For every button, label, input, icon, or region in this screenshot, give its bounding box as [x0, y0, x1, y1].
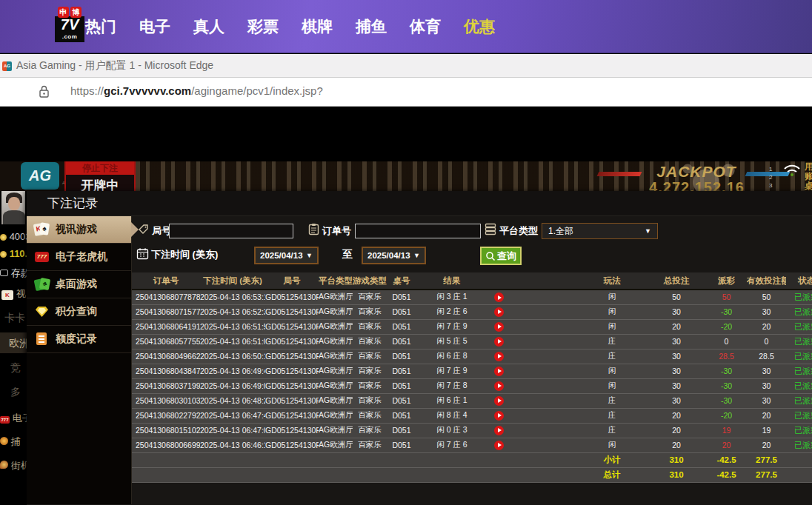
date-to-button[interactable]: 2025/04/13 ▼ [362, 247, 426, 264]
cell-status: 已派彩 [786, 378, 812, 393]
cell-spacer [510, 319, 577, 334]
cell-payout: -20 [706, 319, 747, 334]
chevron-down-icon: ▼ [306, 252, 313, 259]
platform-type-label: 平台类型 [499, 224, 538, 238]
cell-replay [487, 364, 510, 378]
deposit-item[interactable]: 存款 [0, 267, 30, 280]
cell-order-no: 250413068022792 [132, 408, 200, 423]
search-button-label: 查询 [497, 250, 516, 263]
url-text[interactable]: https://gci.7vvvvvv.com/agingame/pcv1/in… [70, 84, 323, 97]
url-scheme: https:// [70, 84, 104, 97]
site-navbar: 申 博 7V .com 热门 电子 真人 彩票 棋牌 捕鱼 体育 优惠 [0, 0, 812, 53]
play-icon[interactable] [494, 411, 504, 421]
arcade-item[interactable]: 街机 [0, 459, 30, 472]
site-logo[interactable]: 申 博 7V .com [55, 7, 84, 42]
nav-menu: 热门 电子 真人 彩票 棋牌 捕鱼 体育 优惠 [85, 0, 495, 53]
platform-type-select[interactable]: 1.全部 ▼ [542, 223, 658, 239]
play-icon[interactable] [494, 381, 504, 391]
cell-valid-bet: 30 [747, 378, 786, 393]
cell-platform-type: AG欧洲厅 [319, 334, 353, 349]
cell-status: 已派彩 [786, 438, 812, 452]
chevron-down-icon: ▼ [645, 227, 651, 235]
nav-item-fishing[interactable]: 捕鱼 [356, 16, 387, 37]
cell-payout: 50 [706, 290, 747, 304]
cell-bet-time: 2025-04-13 06:46:19 [200, 438, 265, 452]
table-games-icon: ♣ [34, 277, 50, 292]
nav-item-lottery[interactable]: 彩票 [247, 16, 279, 37]
cell-platform-type: AG欧洲厅 [319, 378, 353, 393]
fishing-item[interactable]: 捕 [0, 435, 21, 449]
cell-platform-type: AG欧洲厅 [319, 364, 353, 378]
cell-play-type: 庄 [577, 349, 647, 364]
cell-game-type: 百家乐 [353, 290, 387, 304]
play-icon[interactable] [494, 441, 504, 450]
nav-item-promo[interactable]: 优惠 [464, 16, 495, 37]
sidebar-item-video-games[interactable]: K♠ 视讯游戏 [27, 216, 131, 244]
play-icon[interactable] [494, 396, 504, 406]
cell-replay [487, 304, 510, 319]
column-header-7 [487, 272, 510, 290]
cell-play-type: 庄 [577, 408, 647, 423]
cell-status: 已派彩 [786, 319, 812, 334]
nav-item-sports[interactable]: 体育 [410, 16, 441, 37]
nav-item-live[interactable]: 真人 [193, 16, 224, 37]
nav-item-slots[interactable]: 电子 [139, 16, 170, 37]
total-cell-game-type [353, 467, 387, 482]
play-icon[interactable] [494, 307, 504, 317]
sidebar-item-table-games[interactable]: ♣ 桌面游戏 [27, 271, 131, 298]
cell-spacer [510, 290, 577, 304]
total-cell-spacer [510, 452, 577, 467]
column-header-11: 派彩 [706, 272, 747, 290]
cell-total-bet: 50 [647, 290, 706, 304]
cell-spacer [510, 423, 577, 438]
nav-item-board[interactable]: 棋牌 [302, 16, 333, 37]
play-icon[interactable] [494, 352, 504, 361]
lock-icon[interactable] [39, 85, 50, 98]
play-icon[interactable] [494, 337, 504, 347]
window-title: Asia Gaming - 用户配置 1 - Microsoft Edge [16, 59, 213, 73]
video-games-item[interactable]: K 视 [1, 287, 26, 301]
cell-platform-type: AG欧洲厅 [319, 438, 353, 452]
sidebar-item-slot-machines[interactable]: 777 电子老虎机 [27, 244, 131, 271]
cell-spacer [510, 378, 577, 393]
subtotal-row: 小计310-42.5277.5 [132, 452, 812, 467]
cell-status: 已派彩 [786, 349, 812, 364]
sidebar-item-credit-records[interactable]: 额度记录 [27, 326, 131, 353]
cell-table-no: D051 [387, 423, 416, 438]
play-icon[interactable] [494, 292, 504, 302]
cell-play-type: 庄 [577, 393, 647, 408]
cell-platform-type: AG欧洲厅 [319, 408, 353, 423]
cell-game-type: 百家乐 [353, 423, 387, 438]
order-no-input[interactable] [355, 224, 481, 238]
cell-round-no: GD051254130PM [265, 304, 319, 319]
card-item[interactable]: 卡卡 [4, 312, 25, 325]
cell-order-no: 250413068037199 [132, 378, 200, 393]
date-from-button[interactable]: 2025/04/13 ▼ [254, 247, 319, 264]
address-bar[interactable]: https://gci.7vvvvvv.com/agingame/pcv1/in… [0, 78, 812, 107]
total-cell-round-no [265, 467, 319, 482]
table-row: 2504130680438472025-04-13 06:49:44GD0512… [132, 364, 812, 378]
total-cell-bet-time [200, 467, 265, 482]
cell-round-no: GD051254130PD [265, 438, 319, 452]
sport-item[interactable]: 竞 [10, 361, 21, 375]
play-icon[interactable] [494, 367, 504, 376]
cell-payout: -30 [706, 364, 747, 378]
cell-payout: -30 [706, 378, 747, 393]
nav-item-hot[interactable]: 热门 [85, 16, 116, 37]
search-button[interactable]: 查询 [480, 247, 522, 265]
cell-spacer [510, 408, 577, 423]
sidebar-item-points-query[interactable]: 积分查询 [27, 298, 131, 326]
play-icon[interactable] [494, 322, 504, 332]
cell-table-no: D051 [387, 378, 416, 393]
cell-round-no: GD051254130PJ [265, 349, 319, 364]
total-cell-status [786, 467, 812, 482]
modal-title: 下注记录 [27, 191, 812, 216]
play-icon[interactable] [494, 426, 504, 435]
window-titlebar: AG Asia Gaming - 用户配置 1 - Microsoft Edge [0, 54, 812, 78]
avatar[interactable] [1, 191, 25, 224]
cell-bet-time: 2025-04-13 06:49:44 [200, 364, 265, 378]
round-no-input[interactable] [169, 224, 293, 238]
cell-bet-time: 2025-04-13 06:53:10 [200, 290, 265, 304]
multi-item[interactable]: 多 [10, 386, 21, 399]
cell-valid-bet: 30 [747, 393, 786, 408]
